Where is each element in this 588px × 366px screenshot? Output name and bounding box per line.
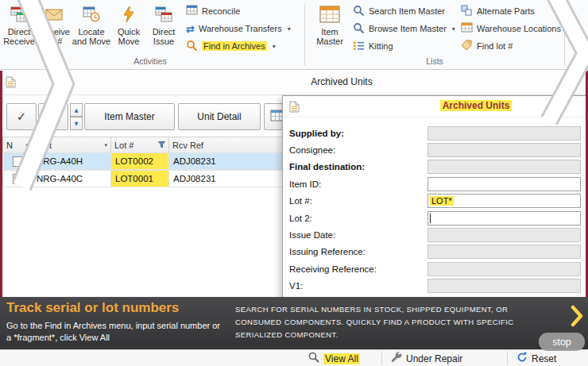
lot-number-input[interactable]: LOT* (427, 194, 581, 208)
reset-button[interactable]: Reset (516, 351, 556, 366)
grid-icon (46, 110, 60, 125)
strip-separator (507, 352, 508, 365)
browse-search-icon (353, 22, 365, 36)
ribbon-button-direct-issue[interactable]: Direct Issue (146, 2, 181, 54)
field-consignee: Consignee: (289, 141, 581, 158)
move-down-button[interactable]: ▼ (70, 117, 83, 130)
ribbon-button-find-in-archives[interactable]: Find in Archives ▾ (183, 37, 294, 55)
dialog-title: Archived Units (440, 100, 513, 111)
banner-headline: Track serial or lot numbers (6, 300, 179, 316)
refresh-icon (516, 352, 528, 365)
view-all-button[interactable]: View All (308, 351, 360, 366)
app-window: Direct Receive Receive lot # Locate and … (0, 0, 588, 366)
field-lot-2: Lot 2: (289, 210, 581, 226)
part-cell: NRG-A40H (32, 152, 111, 170)
ribbon-button-warehouse-locations[interactable]: Warehouse Locations ▾ (458, 20, 573, 37)
field-v1: V1: (289, 278, 581, 295)
sort-caret-icon: ▾ (25, 142, 29, 148)
ribbon-button-kitting[interactable]: Kitting (350, 37, 458, 55)
clock-table-icon (83, 4, 100, 25)
table-row[interactable]: NRG-A40H LOT0002 ADJ08231 (3, 152, 297, 170)
reconcile-icon (186, 5, 198, 17)
ribbon-button-reconcile[interactable]: Reconcile (183, 2, 294, 20)
field-supplied-by: Supplied by: (289, 125, 581, 141)
ribbon-button-direct-receive[interactable]: Direct Receive (2, 2, 37, 54)
table-orange-icon (319, 4, 340, 25)
list-icon (353, 40, 365, 52)
column-header-lot[interactable]: Lot # (110, 137, 169, 153)
confirm-button[interactable]: ✓ (6, 103, 37, 130)
ribbon-button-quick-move[interactable]: Quick Move (111, 2, 146, 54)
row-move-spinner: ▲ ▼ (70, 103, 83, 130)
sort-caret-icon: ▾ (104, 142, 107, 148)
window-edge-left (0, 71, 2, 297)
tables-receive-icon (10, 4, 28, 25)
ribbon: Direct Receive Receive lot # Locate and … (0, 0, 588, 70)
column-header-part[interactable]: Part ▾ (32, 137, 111, 153)
ribbon-button-browse-item-master[interactable]: Browse Item Master ▾ (350, 20, 458, 37)
lists-small-buttons-1: Search Item Master Browse Item Master ▾ … (350, 2, 458, 55)
table-row[interactable]: NRG-A40C LOT0001 ADJ08231 (3, 170, 297, 187)
v1-input[interactable] (427, 279, 581, 293)
stop-button[interactable]: stop (539, 333, 585, 351)
ribbon-group-separator (564, 3, 565, 66)
activities-small-buttons: Reconcile ⇄ Warehouse Transfers ▾ Find i… (183, 2, 294, 55)
dialog-button-strip: View All Under Repair Reset (0, 349, 588, 366)
unit-detail-tab-button[interactable]: Unit Detail (178, 103, 261, 130)
final-destination-input[interactable] (427, 160, 581, 174)
ribbon-button-receive-lot[interactable]: Receive lot # (37, 2, 72, 54)
grid-view-button[interactable] (38, 103, 68, 130)
lot-2-input[interactable] (427, 211, 581, 225)
dropdown-caret-icon: ▾ (567, 25, 570, 33)
ribbon-button-item-master[interactable]: Item Master (311, 2, 348, 54)
alternate-parts-icon (461, 5, 473, 17)
ribbon-button-find-lot[interactable]: Find lot # (458, 37, 573, 55)
dropdown-caret-icon: ▾ (288, 25, 291, 33)
under-repair-button[interactable]: Under Repair (391, 351, 462, 366)
ribbon-group-label-activities: Activities (0, 56, 300, 66)
table-header: N ▾ Part ▾ Lot # Rcv Ref (3, 137, 297, 153)
issuing-reference-input[interactable] (427, 245, 581, 259)
window-title: Archived Units (0, 70, 588, 94)
ribbon-group-label-lists: Lists (307, 56, 563, 66)
transfer-arrows-icon: ⇄ (186, 23, 195, 35)
strip-separator (381, 352, 382, 365)
ribbon-button-alternate-parts[interactable]: Alternate Parts (458, 2, 573, 20)
search-icon (353, 5, 365, 18)
move-up-button[interactable]: ▲ (70, 103, 83, 117)
document-icon (289, 101, 300, 116)
supplied-by-input[interactable] (427, 126, 581, 141)
filter-funnel-icon (158, 141, 165, 149)
field-receiving-reference: Receiving Reference: (289, 260, 581, 277)
rcv-ref-cell: ADJ08231 (168, 152, 297, 170)
ribbon-button-locate-and-move[interactable]: Locate and Move (72, 2, 111, 54)
consignee-input[interactable] (427, 143, 581, 157)
lot-tag-icon (461, 40, 473, 52)
column-header-rcv-ref[interactable]: Rcv Ref (168, 137, 297, 153)
tables-issue-icon (155, 4, 172, 25)
row-checkbox[interactable] (13, 156, 23, 167)
banner-caption: SEARCH FOR SERIAL NUMBERS IN STOCK, SHIP… (235, 303, 521, 341)
tutorial-banner: Track serial or lot numbers Go to the Fi… (0, 297, 588, 349)
column-header-n[interactable]: N ▾ (2, 137, 33, 153)
lot-cell: LOT0001 (110, 170, 169, 187)
part-cell: NRG-A40C (32, 170, 111, 187)
ribbon-button-warehouse-transfers[interactable]: ⇄ Warehouse Transfers ▾ (183, 20, 294, 37)
check-icon: ✓ (17, 110, 27, 124)
field-lot-number: Lot #: LOT* (289, 193, 581, 210)
ribbon-group-separator (304, 3, 305, 66)
document-icon (6, 76, 16, 91)
ribbon-button-search-item-master[interactable]: Search Item Master (350, 2, 458, 20)
receiving-reference-input[interactable] (427, 262, 581, 276)
item-id-input[interactable] (427, 177, 581, 191)
envelope-icon (45, 4, 63, 25)
item-master-tab-button[interactable]: Item Master (84, 103, 175, 130)
view-all-search-icon (308, 352, 319, 365)
row-checkbox[interactable] (13, 174, 23, 184)
next-chevron-icon[interactable] (570, 304, 584, 331)
dialog-fields: Supplied by: Consignee: Final destinatio… (289, 125, 581, 295)
issue-date-input[interactable] (427, 228, 581, 242)
field-issue-date: Issue Date: (289, 226, 581, 243)
wrench-icon (391, 352, 402, 365)
field-issuing-reference: Issuing Reference: (289, 244, 581, 260)
